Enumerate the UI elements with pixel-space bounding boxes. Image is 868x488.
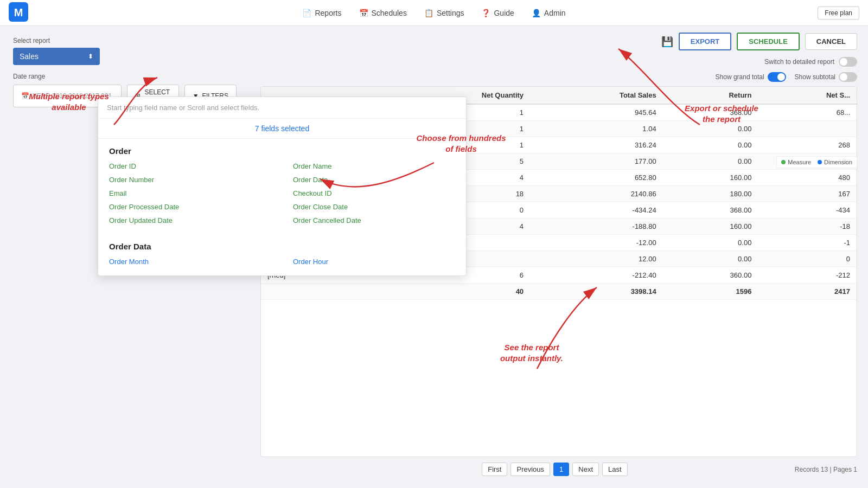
field-order-id[interactable]: Order ID xyxy=(109,162,271,170)
subtotal-item: Show subtotal xyxy=(795,72,857,82)
select-report-dropdown[interactable]: Sales ⬍ xyxy=(13,48,100,65)
grand-total-toggle[interactable] xyxy=(768,72,786,82)
legend-dimension: Dimension xyxy=(818,159,852,165)
field-section-order-data: Order Data Order Month Order Hour xyxy=(98,234,466,275)
last-page-button[interactable]: Last xyxy=(602,463,628,476)
first-page-button[interactable]: First xyxy=(482,463,507,476)
row-net-qty: 40 xyxy=(384,284,530,300)
row-return: 0.00 xyxy=(663,235,758,251)
row-total-sales: 316.24 xyxy=(530,137,663,153)
row-net-s: -18 xyxy=(758,219,857,235)
col-header-return[interactable]: Return xyxy=(663,87,758,104)
row-total-sales: -434.24 xyxy=(530,202,663,219)
dimension-dot xyxy=(818,160,822,164)
row-return: 1596 xyxy=(663,284,758,300)
switch-row-detailed: Switch to detailed report xyxy=(260,57,857,67)
row-return: 368.00 xyxy=(663,104,758,121)
field-email[interactable]: Email xyxy=(109,189,271,197)
row-return: 368.00 xyxy=(663,202,758,219)
export-button[interactable]: EXPORT xyxy=(679,33,731,50)
field-order-updated-date[interactable]: Order Updated Date xyxy=(109,216,271,224)
row-net-s: 0 xyxy=(758,251,857,267)
field-picker-dropdown: Start typing field name or Scroll and se… xyxy=(98,97,467,276)
row-return: 0.00 xyxy=(663,121,758,137)
row-total-sales: -12.00 xyxy=(530,235,663,251)
subtotal-knob xyxy=(840,73,847,81)
calendar-icon: 📅 xyxy=(21,92,29,100)
legend-measure: Measure xyxy=(781,159,811,165)
row-return: 0.00 xyxy=(663,153,758,170)
row-return: 0.00 xyxy=(663,137,758,153)
detailed-report-label: Switch to detailed report xyxy=(764,58,834,66)
col-header-total-sales[interactable]: Total Sales xyxy=(530,87,663,104)
nav-reports[interactable]: 📄 Reports xyxy=(302,9,341,17)
col-header-net-s[interactable]: Net S... xyxy=(758,87,857,104)
nav-links: 📄 Reports 📅 Schedules 📋 Settings ❓ Guide… xyxy=(302,9,565,17)
previous-page-button[interactable]: Previous xyxy=(510,463,550,476)
grand-total-knob xyxy=(777,73,785,81)
subtotal-label: Show subtotal xyxy=(795,73,835,81)
free-plan-button[interactable]: Free plan xyxy=(818,7,859,20)
row-net-s: 167 xyxy=(758,186,857,202)
field-order-processed-date[interactable]: Order Processed Date xyxy=(109,203,271,211)
row-return: 180.00 xyxy=(663,186,758,202)
save-icon-button[interactable]: 💾 xyxy=(661,36,673,48)
field-order-number[interactable]: Order Number xyxy=(109,176,271,184)
row-net-s: 480 xyxy=(758,170,857,186)
dimension-label: Dimension xyxy=(824,159,852,165)
nav-guide[interactable]: ❓ Guide xyxy=(481,9,514,17)
select-report-label: Select report xyxy=(13,37,237,44)
field-order-month[interactable]: Order Month xyxy=(109,258,271,266)
chart-legend: Measure Dimension xyxy=(776,156,857,168)
totals-row: Show grand total Show subtotal xyxy=(260,72,857,82)
row-total-sales: 3398.14 xyxy=(530,284,663,300)
action-bar: 💾 EXPORT SCHEDULE CANCEL xyxy=(260,33,857,50)
row-net-s: 68... xyxy=(758,104,857,121)
field-search-placeholder: Start typing field name or Scroll and se… xyxy=(98,97,466,119)
field-order-hour[interactable]: Order Hour xyxy=(293,258,455,266)
row-total-sales: 1.04 xyxy=(530,121,663,137)
settings-icon: 📋 xyxy=(424,9,433,17)
schedules-icon: 📅 xyxy=(359,9,368,17)
next-page-button[interactable]: Next xyxy=(572,463,599,476)
row-net-s: 2417 xyxy=(758,284,857,300)
table-row: 40 3398.14 1596 2417 xyxy=(261,284,857,300)
row-total-sales: -188.80 xyxy=(530,219,663,235)
subtotal-toggle[interactable] xyxy=(839,72,857,82)
detailed-report-toggle[interactable] xyxy=(839,57,857,67)
selected-report-value: Sales xyxy=(20,52,39,61)
nav-settings[interactable]: 📋 Settings xyxy=(424,9,464,17)
order-data-section-title: Order Data xyxy=(109,242,455,251)
order-section-title: Order xyxy=(109,146,455,156)
field-order-date[interactable]: Order Date xyxy=(293,176,455,184)
pagination-controls: First Previous 1 Next Last xyxy=(482,463,627,476)
top-nav: M 📄 Reports 📅 Schedules 📋 Settings ❓ Gui… xyxy=(0,0,868,26)
row-return: 160.00 xyxy=(663,219,758,235)
field-order-cancelled-date[interactable]: Order Cancelled Date xyxy=(293,216,455,224)
row-total-sales: 177.00 xyxy=(530,153,663,170)
admin-icon: 👤 xyxy=(532,9,541,17)
guide-icon: ❓ xyxy=(481,9,490,17)
grand-total-label: Show grand total xyxy=(716,73,764,81)
field-order-name[interactable]: Order Name xyxy=(293,162,455,170)
measure-dot xyxy=(781,160,786,164)
schedule-button[interactable]: SCHEDULE xyxy=(737,33,800,50)
cancel-button[interactable]: CANCEL xyxy=(805,33,857,50)
row-label xyxy=(261,284,384,300)
left-panel: Select report Sales ⬍ Date range 📅 YEAR:… xyxy=(0,26,250,488)
date-range-label: Date range xyxy=(13,73,237,80)
field-order-close-date[interactable]: Order Close Date xyxy=(293,203,455,211)
row-return: 0.00 xyxy=(663,251,758,267)
measure-label: Measure xyxy=(788,159,811,165)
pagination-row: First Previous 1 Next Last Records 13 | … xyxy=(260,457,857,481)
reports-icon: 📄 xyxy=(302,9,311,17)
field-checkout-id[interactable]: Checkout ID xyxy=(293,189,455,197)
row-return: 360.00 xyxy=(663,267,758,284)
dropdown-arrow-icon: ⬍ xyxy=(88,53,93,60)
current-page-button[interactable]: 1 xyxy=(553,463,569,476)
nav-schedules[interactable]: 📅 Schedules xyxy=(359,9,407,17)
row-total-sales: 2140.86 xyxy=(530,186,663,202)
order-data-fields-grid: Order Month Order Hour xyxy=(109,258,455,266)
nav-admin[interactable]: 👤 Admin xyxy=(532,9,566,17)
row-total-sales: -212.40 xyxy=(530,267,663,284)
